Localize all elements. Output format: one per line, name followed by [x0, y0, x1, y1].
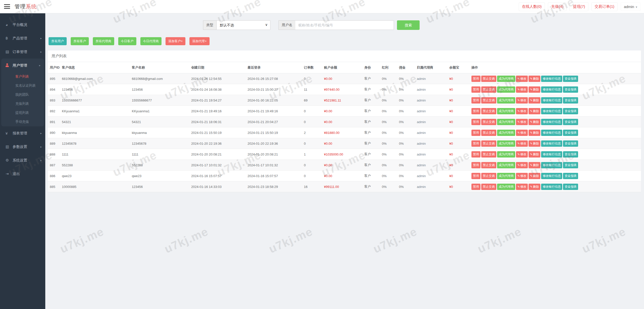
row-action-禁止交易[interactable]: 禁止交易: [481, 140, 496, 147]
row-action-资金报表[interactable]: 资金报表: [563, 184, 578, 190]
row-action-删除[interactable]: ✎删除: [529, 162, 540, 168]
row-action-禁止交易[interactable]: 禁止交易: [481, 97, 496, 104]
sidebar-subitem[interactable]: 提现列表: [1, 108, 44, 117]
row-action-修改[interactable]: ✎修改: [516, 130, 528, 136]
topbar-link-1[interactable]: 充值(4): [548, 2, 567, 11]
row-action-修改银行信息[interactable]: 修改银行信息: [541, 130, 562, 136]
topbar-link-2[interactable]: 提现(7): [570, 2, 588, 11]
row-action-禁止交易[interactable]: 禁止交易: [481, 184, 496, 190]
row-action-删除[interactable]: ✎删除: [529, 140, 540, 147]
row-action-删除[interactable]: ✎删除: [529, 151, 540, 158]
row-action-删除[interactable]: ✎删除: [529, 173, 540, 179]
row-action-禁用[interactable]: 禁用: [471, 162, 480, 168]
row-action-修改[interactable]: ✎修改: [516, 119, 528, 125]
row-action-资金报表[interactable]: 资金报表: [563, 119, 578, 125]
row-action-修改银行信息[interactable]: 修改银行信息: [541, 108, 562, 114]
row-action-修改[interactable]: ✎修改: [516, 76, 528, 82]
row-action-资金报表[interactable]: 资金报表: [563, 86, 578, 93]
row-action-禁止交易[interactable]: 禁止交易: [481, 76, 496, 82]
row-action-成为代理商[interactable]: 成为代理商: [497, 86, 515, 93]
row-action-成为代理商[interactable]: 成为代理商: [497, 162, 515, 168]
row-action-资金报表[interactable]: 资金报表: [563, 151, 578, 158]
row-action-资金报表[interactable]: 资金报表: [563, 108, 578, 114]
quick-button-5[interactable]: 添加客户+: [166, 37, 185, 45]
type-select[interactable]: 默认不选: [216, 20, 270, 30]
row-action-成为代理商[interactable]: 成为代理商: [497, 140, 515, 147]
row-action-成为代理商[interactable]: 成为代理商: [497, 130, 515, 136]
row-action-资金报表[interactable]: 资金报表: [563, 173, 578, 179]
row-action-修改[interactable]: ✎修改: [516, 173, 528, 179]
row-action-删除[interactable]: ✎删除: [529, 97, 540, 104]
sidebar-subitem[interactable]: 客户列表: [1, 72, 44, 81]
row-action-修改银行信息[interactable]: 修改银行信息: [541, 119, 562, 125]
row-action-修改[interactable]: ✎修改: [516, 86, 528, 93]
quick-button-6[interactable]: 添加代理+: [189, 37, 209, 45]
row-action-修改[interactable]: ✎修改: [516, 184, 528, 190]
row-action-禁止交易[interactable]: 禁止交易: [481, 151, 496, 158]
sidebar-subitem[interactable]: 实名认证列表: [1, 81, 44, 90]
row-action-修改[interactable]: ✎修改: [516, 97, 528, 104]
row-action-禁用[interactable]: 禁用: [471, 76, 480, 82]
row-action-禁用[interactable]: 禁用: [471, 119, 480, 125]
row-action-删除[interactable]: ✎删除: [529, 184, 540, 190]
row-action-修改[interactable]: ✎修改: [516, 151, 528, 158]
row-action-删除[interactable]: ✎删除: [529, 108, 540, 114]
row-action-禁止交易[interactable]: 禁止交易: [481, 108, 496, 114]
sidebar-subitem[interactable]: 我的团队: [1, 90, 44, 99]
menu-toggle-icon[interactable]: [4, 4, 10, 9]
row-action-禁止交易[interactable]: 禁止交易: [481, 86, 496, 93]
row-action-资金报表[interactable]: 资金报表: [563, 162, 578, 168]
row-action-修改银行信息[interactable]: 修改银行信息: [541, 76, 562, 82]
sidebar-item-system-settings[interactable]: ⚙系统设置▸: [0, 153, 45, 167]
row-action-修改银行信息[interactable]: 修改银行信息: [541, 97, 562, 104]
row-action-成为代理商[interactable]: 成为代理商: [497, 119, 515, 125]
sidebar-item-product-manage[interactable]: ฿产品管理▸: [0, 31, 45, 45]
sidebar-item-report-manage[interactable]: ¥报表管理▸: [0, 126, 45, 140]
sidebar-item-logout[interactable]: ⇥退出: [0, 167, 45, 181]
row-action-禁用[interactable]: 禁用: [471, 97, 480, 104]
row-action-修改银行信息[interactable]: 修改银行信息: [541, 184, 562, 190]
row-action-修改[interactable]: ✎修改: [516, 140, 528, 147]
row-action-资金报表[interactable]: 资金报表: [563, 97, 578, 104]
row-action-禁用[interactable]: 禁用: [471, 151, 480, 158]
quick-button-4[interactable]: 今日代理商: [140, 37, 162, 45]
username-input[interactable]: [295, 20, 394, 30]
row-action-删除[interactable]: ✎删除: [529, 86, 540, 93]
row-action-禁止交易[interactable]: 禁止交易: [481, 162, 496, 168]
row-action-禁用[interactable]: 禁用: [471, 173, 480, 179]
search-button[interactable]: 搜索: [397, 20, 420, 30]
row-action-删除[interactable]: ✎删除: [529, 76, 540, 82]
sidebar-item-order-manage[interactable]: ▤订单管理▸: [0, 45, 45, 59]
row-action-修改银行信息[interactable]: 修改银行信息: [541, 140, 562, 147]
row-action-禁用[interactable]: 禁用: [471, 184, 480, 190]
row-action-成为代理商[interactable]: 成为代理商: [497, 97, 515, 104]
sidebar-item-user-manage[interactable]: 用户管理▸: [1, 59, 44, 72]
row-action-资金报表[interactable]: 资金报表: [563, 76, 578, 82]
sidebar-subitem[interactable]: 手动充值: [1, 117, 44, 126]
row-action-禁止交易[interactable]: 禁止交易: [481, 130, 496, 136]
row-action-修改银行信息[interactable]: 修改银行信息: [541, 162, 562, 168]
sidebar-subitem[interactable]: 充值列表: [1, 99, 44, 108]
row-action-修改银行信息[interactable]: 修改银行信息: [541, 173, 562, 179]
quick-button-1[interactable]: 所有客户: [71, 37, 89, 45]
row-action-成为代理商[interactable]: 成为代理商: [497, 173, 515, 179]
row-action-禁止交易[interactable]: 禁止交易: [481, 173, 496, 179]
row-action-禁止交易[interactable]: 禁止交易: [481, 119, 496, 125]
sidebar-item-param-settings[interactable]: ▥参数设置▸: [0, 140, 45, 153]
user-menu[interactable]: admin▾: [621, 3, 640, 11]
row-action-成为代理商[interactable]: 成为代理商: [497, 151, 515, 158]
topbar-link-0[interactable]: 在线人数(0): [519, 2, 545, 11]
topbar-link-3[interactable]: 交易订单(1): [591, 2, 618, 11]
row-action-禁用[interactable]: 禁用: [471, 86, 480, 93]
quick-button-2[interactable]: 所有代理商: [93, 37, 114, 45]
row-action-禁用[interactable]: 禁用: [471, 130, 480, 136]
row-action-修改银行信息[interactable]: 修改银行信息: [541, 86, 562, 93]
row-action-资金报表[interactable]: 资金报表: [563, 130, 578, 136]
row-action-成为代理商[interactable]: 成为代理商: [497, 184, 515, 190]
row-action-资金报表[interactable]: 资金报表: [563, 140, 578, 147]
quick-button-3[interactable]: 今日客户: [118, 37, 136, 45]
row-action-禁用[interactable]: 禁用: [471, 140, 480, 147]
row-action-成为代理商[interactable]: 成为代理商: [497, 76, 515, 82]
row-action-成为代理商[interactable]: 成为代理商: [497, 108, 515, 114]
sidebar-item-platform-overview[interactable]: ◕平台概况: [0, 18, 45, 31]
